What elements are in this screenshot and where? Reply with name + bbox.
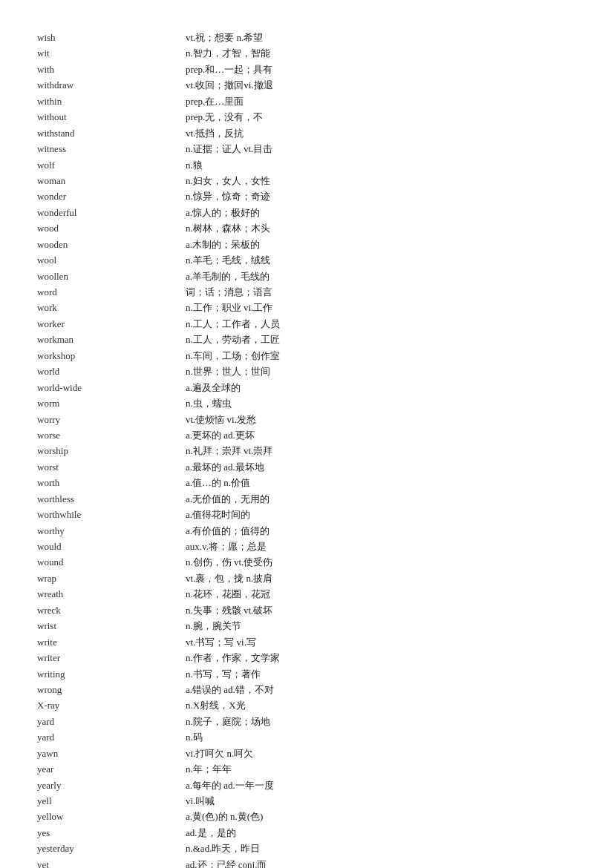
word-row: withstandvt.抵挡，反抗 <box>37 125 577 141</box>
word-chinese: vi.打呵欠 n.呵欠 <box>186 746 577 761</box>
word-row: withdrawvt.收回；撤回vi.撤退 <box>37 77 577 93</box>
word-english: without <box>37 109 186 125</box>
word-row: yearlya.每年的 ad.一年一度 <box>37 777 577 793</box>
word-chinese: n.腕，腕关节 <box>186 618 577 634</box>
word-chinese: a.最坏的 ad.最坏地 <box>186 459 577 475</box>
word-row: yetad.还；已经 conj.而 <box>37 857 577 868</box>
word-english: worst <box>37 459 186 475</box>
word-english: worry <box>37 412 186 427</box>
word-chinese: n.惊异，惊奇；奇迹 <box>186 188 577 204</box>
word-row: writingn.书写，写；著作 <box>37 666 577 682</box>
word-chinese: vi.叫喊 <box>186 793 577 809</box>
word-row: yellowa.黄(色)的 n.黄(色) <box>37 809 577 824</box>
word-english: yard <box>37 729 186 745</box>
word-chinese: n.工人；工作者，人员 <box>186 316 577 332</box>
word-chinese: a.值得花时间的 <box>186 507 577 522</box>
word-english: withstand <box>37 125 186 141</box>
word-english: woman <box>37 173 186 188</box>
word-english: wrong <box>37 682 186 697</box>
word-chinese: n.树林，森林；木头 <box>186 220 577 236</box>
word-chinese: a.羊毛制的，毛线的 <box>186 269 577 284</box>
word-english: witness <box>37 141 186 157</box>
word-chinese: a.每年的 ad.一年一度 <box>186 777 577 793</box>
word-row: world-widea.遍及全球的 <box>37 380 577 395</box>
word-english: workman <box>37 332 186 347</box>
word-chinese: n.书写，写；著作 <box>186 666 577 682</box>
word-chinese: n.&ad.昨天，昨日 <box>186 841 577 856</box>
word-chinese: vt.裹，包，拢 n.披肩 <box>186 571 577 586</box>
word-chinese: n.虫，蠕虫 <box>186 395 577 411</box>
word-english: X-ray <box>37 697 186 713</box>
word-row: womann.妇女，女人，女性 <box>37 173 577 188</box>
word-chinese: vt.祝；想要 n.希望 <box>186 30 577 45</box>
word-row: wrapvt.裹，包，拢 n.披肩 <box>37 571 577 586</box>
word-chinese: a.惊人的；极好的 <box>186 205 577 220</box>
word-row: wortha.值…的 n.价值 <box>37 475 577 490</box>
word-chinese: ad.还；已经 conj.而 <box>186 857 577 868</box>
word-row: witnessn.证据；证人 vt.目击 <box>37 141 577 157</box>
word-row: writern.作者，作家，文学家 <box>37 650 577 665</box>
word-english: world <box>37 364 186 379</box>
word-english: writer <box>37 650 186 665</box>
word-row: word词；话；消息；语言 <box>37 284 577 300</box>
word-english: wit <box>37 45 186 61</box>
word-row: wolfn.狼 <box>37 157 577 173</box>
word-english: worker <box>37 316 186 332</box>
word-row: woodena.木制的；呆板的 <box>37 237 577 252</box>
word-english: word <box>37 284 186 300</box>
word-english: world-wide <box>37 380 186 395</box>
word-row: workn.工作；职业 vi.工作 <box>37 300 577 315</box>
word-english: wrist <box>37 618 186 634</box>
word-chinese: a.更坏的 ad.更坏 <box>186 427 577 443</box>
word-row: X-rayn.X射线，X光 <box>37 697 577 713</box>
word-chinese: n.年；年年 <box>186 761 577 777</box>
word-row: wronga.错误的 ad.错，不对 <box>37 682 577 697</box>
word-chinese: a.木制的；呆板的 <box>186 237 577 252</box>
word-row: worthlessa.无价值的，无用的 <box>37 491 577 507</box>
word-chinese: n.证据；证人 vt.目击 <box>186 141 577 157</box>
word-chinese: n.花环，花圈，花冠 <box>186 586 577 602</box>
word-english: yell <box>37 793 186 809</box>
word-english: worthless <box>37 491 186 507</box>
word-chinese: n.X射线，X光 <box>186 697 577 713</box>
word-english: woollen <box>37 269 186 284</box>
word-chinese: n.码 <box>186 729 577 745</box>
word-english: within <box>37 93 186 109</box>
word-chinese: n.狼 <box>186 157 577 173</box>
word-chinese: n.礼拜；崇拜 vt.崇拜 <box>186 443 577 458</box>
word-english: wool <box>37 252 186 268</box>
word-english: work <box>37 300 186 315</box>
word-english: worship <box>37 443 186 458</box>
word-chinese: n.智力，才智，智能 <box>186 45 577 61</box>
word-english: wrap <box>37 571 186 586</box>
word-english: worthy <box>37 523 186 539</box>
word-english: worse <box>37 427 186 443</box>
word-english: worthwhile <box>37 507 186 522</box>
word-english: wolf <box>37 157 186 173</box>
word-english: would <box>37 539 186 554</box>
word-english: worm <box>37 395 186 411</box>
word-english: writing <box>37 666 186 682</box>
word-english: yard <box>37 714 186 729</box>
word-row: yawnvi.打呵欠 n.呵欠 <box>37 746 577 761</box>
word-english: yet <box>37 857 186 868</box>
word-english: yesterday <box>37 841 186 856</box>
word-row: withprep.和…一起；具有 <box>37 62 577 77</box>
word-row: wristn.腕，腕关节 <box>37 618 577 634</box>
word-row: wooln.羊毛；毛线，绒线 <box>37 252 577 268</box>
word-chinese: vt.抵挡，反抗 <box>186 125 577 141</box>
word-chinese: n.车间，工场；创作室 <box>186 348 577 364</box>
word-chinese: a.错误的 ad.错，不对 <box>186 682 577 697</box>
word-chinese: a.无价值的，无用的 <box>186 491 577 507</box>
word-chinese: n.工作；职业 vi.工作 <box>186 300 577 315</box>
word-row: witn.智力，才智，智能 <box>37 45 577 61</box>
word-chinese: n.工人，劳动者，工匠 <box>186 332 577 347</box>
word-chinese: prep.无，没有，不 <box>186 109 577 125</box>
word-chinese: aux.v.将；愿；总是 <box>186 539 577 554</box>
word-english: yellow <box>37 809 186 824</box>
word-chinese: a.遍及全球的 <box>186 380 577 395</box>
word-row: woodn.树林，森林；木头 <box>37 220 577 236</box>
word-english: with <box>37 62 186 77</box>
word-english: wood <box>37 220 186 236</box>
word-row: writevt.书写；写 vi.写 <box>37 634 577 650</box>
